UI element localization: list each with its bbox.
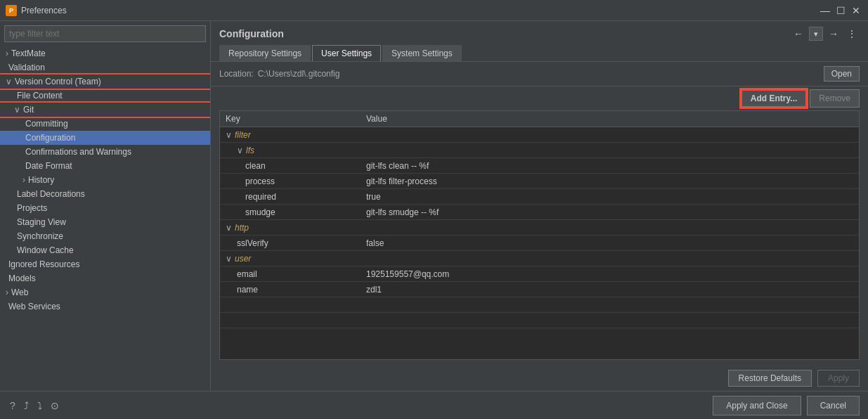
tab-repository[interactable]: Repository Settings (219, 45, 311, 61)
key-label: sslVerify (237, 238, 268, 248)
location-bar: Location: C:\Users\zdl\.gitconfig Open (211, 62, 868, 86)
table-row[interactable]: ∨http (220, 220, 859, 236)
sidebar-item-textmate[interactable]: ›TextMate (0, 46, 210, 60)
add-entry-button[interactable]: Add Entry... (741, 89, 807, 108)
table-row[interactable]: ∨lfs (220, 143, 859, 158)
sidebar-item-webServices[interactable]: Web Services (0, 299, 210, 314)
location-path: C:\Users\zdl\.gitconfig (258, 69, 824, 79)
table-row[interactable]: email1925159557@qq.com (220, 266, 859, 282)
sidebar-item-label: Synchronize (17, 231, 63, 241)
sidebar-item-label: Validation (8, 63, 45, 72)
table-row[interactable]: ∨filter (220, 127, 859, 143)
table-actions: Add Entry... Remove (741, 89, 860, 108)
table-row (220, 313, 859, 328)
value-cell: true (366, 192, 853, 202)
value-cell: zdl1 (366, 285, 853, 295)
sidebar-item-label: Committing (25, 119, 68, 129)
data-table: Key Value ∨filter∨lfscleangit-lfs clean … (219, 110, 860, 360)
maximize-button[interactable]: ☐ (834, 4, 847, 17)
sidebar-item-label: Staging View (17, 217, 66, 227)
filter-input[interactable] (4, 25, 206, 42)
help-icon[interactable]: ? (8, 399, 17, 413)
sidebar-item-synchronize[interactable]: Synchronize (0, 229, 210, 243)
apply-and-close-button[interactable]: Apply and Close (713, 396, 801, 415)
export-icon[interactable]: ⤴ (22, 399, 30, 413)
sidebar-item-windowCache[interactable]: Window Cache (0, 243, 210, 257)
key-label: required (245, 192, 276, 202)
sidebar-item-git[interactable]: ∨Git (0, 103, 210, 117)
window-title: Preferences (21, 6, 819, 15)
table-row[interactable]: processgit-lfs filter-process (220, 174, 859, 189)
sidebar-item-web[interactable]: ›Web (0, 285, 210, 299)
table-area: Add Entry... Remove Key Value ∨filter∨lf… (211, 86, 868, 366)
table-row[interactable]: requiredtrue (220, 189, 859, 205)
sidebar-item-validation[interactable]: Validation (0, 60, 210, 75)
config-title: Configuration (219, 28, 284, 39)
sidebar-tree: ›TextMateValidation∨Version Control (Tea… (0, 46, 210, 391)
key-label: process (245, 176, 275, 186)
table-row[interactable]: ∨user (220, 251, 859, 266)
sidebar-item-dateFormat[interactable]: Date Format (0, 159, 210, 173)
content-area: Configuration ← ▾ → ⋮ Repository Setting… (211, 21, 868, 391)
key-label: email (237, 269, 257, 279)
section-label: lfs (246, 146, 254, 155)
key-label: clean (245, 161, 266, 171)
import-icon[interactable]: ⤵ (36, 399, 44, 413)
apply-button: Apply (817, 370, 860, 387)
footer-icons: ?⤴⤵⊙ (8, 399, 713, 413)
sidebar-item-labelDecorations[interactable]: Label Decorations (0, 187, 210, 201)
tab-system[interactable]: System Settings (382, 45, 462, 61)
sidebar-item-history[interactable]: ›History (0, 173, 210, 187)
title-bar: P Preferences — ☐ ✕ (0, 0, 868, 21)
sidebar-item-label: Window Cache (17, 245, 74, 255)
back-dropdown-button[interactable]: ▾ (809, 27, 823, 41)
sidebar-item-label: Configuration (25, 133, 75, 143)
sidebar-item-projects[interactable]: Projects (0, 201, 210, 215)
sidebar-item-models[interactable]: Models (0, 271, 210, 285)
close-button[interactable]: ✕ (850, 4, 862, 17)
open-button[interactable]: Open (824, 66, 860, 82)
value-cell: git-lfs smudge -- %f (366, 207, 853, 217)
sidebar-item-versionControl[interactable]: ∨Version Control (Team) (0, 75, 210, 89)
tab-user[interactable]: User Settings (312, 45, 381, 61)
footer: ?⤴⤵⊙ Apply and Close Cancel (0, 391, 868, 419)
sidebar-item-label: Projects (17, 203, 47, 213)
sidebar-item-fileContent[interactable]: File Content (0, 89, 210, 103)
key-label: name (237, 285, 258, 295)
content-bottom-buttons: Restore Defaults Apply (211, 366, 868, 391)
table-row[interactable]: sslVerifyfalse (220, 236, 859, 251)
sidebar-item-label: History (28, 175, 54, 185)
settings-icon[interactable]: ⊙ (49, 399, 60, 413)
config-header: Configuration ← ▾ → ⋮ (211, 21, 868, 41)
forward-button[interactable]: → (826, 27, 841, 41)
sidebar-item-label: File Content (17, 91, 63, 101)
section-label: user (235, 254, 251, 264)
sidebar-item-label: Web (11, 288, 28, 297)
table-row[interactable]: namezdl1 (220, 282, 859, 297)
app-icon: P (6, 5, 17, 16)
sidebar-item-confirmations[interactable]: Confirmations and Warnings (0, 145, 210, 159)
section-label: filter (235, 130, 251, 140)
key-column-header: Key (226, 114, 366, 124)
table-row[interactable]: cleangit-lfs clean -- %f (220, 158, 859, 174)
minimize-button[interactable]: — (819, 4, 831, 17)
table-row (220, 297, 859, 313)
value-cell: false (366, 238, 853, 248)
sidebar-item-committing[interactable]: Committing (0, 117, 210, 131)
section-label: http (235, 223, 249, 233)
section-arrow: ∨ (237, 146, 243, 155)
value-cell: git-lfs filter-process (366, 176, 853, 186)
remove-button[interactable]: Remove (810, 89, 860, 108)
sidebar-item-label: Web Services (8, 302, 60, 311)
tabs-bar: Repository SettingsUser SettingsSystem S… (211, 41, 868, 62)
window-controls: — ☐ ✕ (819, 4, 862, 17)
sidebar-item-ignoredResources[interactable]: Ignored Resources (0, 257, 210, 271)
sidebar-item-stagingView[interactable]: Staging View (0, 215, 210, 229)
table-row[interactable]: smudgegit-lfs smudge -- %f (220, 205, 859, 220)
restore-defaults-button[interactable]: Restore Defaults (728, 370, 812, 387)
sidebar-item-label: Confirmations and Warnings (25, 147, 131, 157)
back-button[interactable]: ← (791, 27, 806, 41)
more-button[interactable]: ⋮ (844, 27, 860, 41)
sidebar-item-configuration[interactable]: Configuration (0, 131, 210, 145)
cancel-button[interactable]: Cancel (807, 396, 860, 415)
